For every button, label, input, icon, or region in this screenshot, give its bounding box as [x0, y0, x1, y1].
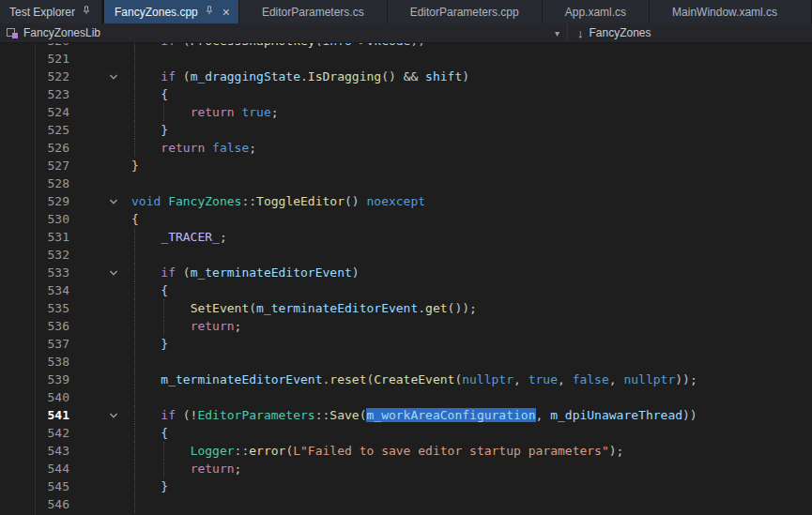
fold-chevron-down-icon [109, 411, 118, 420]
line-number: 540 [0, 388, 73, 406]
code-line[interactable]: 527} [0, 157, 812, 174]
indent-guide [134, 246, 135, 264]
fold-margin [73, 139, 126, 157]
code-line[interactable]: 532 [0, 246, 812, 264]
project-dropdown[interactable]: FancyZonesLib ▾ [0, 23, 567, 42]
indent-guide [134, 43, 135, 50]
selected-text[interactable]: m_workAreaConfiguration [366, 408, 535, 422]
tab-editorparameters-cpp[interactable]: EditorParameters.cpp [388, 0, 543, 23]
line-number: 544 [0, 460, 73, 477]
line-number: 524 [0, 103, 73, 121]
code-text [126, 174, 812, 192]
code-line[interactable]: 543 Logger::error(L"Failed to save edito… [0, 442, 812, 460]
tool-tab-test-explorer[interactable]: Test Explorer [0, 0, 102, 23]
tab-label: MainWindow.xaml.cs [672, 6, 777, 19]
indent-guide [134, 68, 135, 85]
code-text: if (m_terminateEditorEvent) [126, 264, 812, 281]
fold-chevron-down-icon [109, 268, 118, 278]
line-number: 525 [0, 121, 73, 139]
code-line[interactable]: 541 if (!EditorParameters::Save(m_workAr… [0, 406, 812, 424]
fold-margin [73, 371, 126, 388]
fold-margin [73, 246, 126, 264]
code-line[interactable]: 525 } [0, 121, 812, 139]
tab-label: App.xaml.cs [565, 6, 626, 19]
indent-guide [134, 495, 135, 513]
code-line[interactable]: 538 [0, 353, 812, 371]
tab-app-xaml-cs[interactable]: App.xaml.cs [543, 0, 650, 23]
indent-guide [134, 371, 135, 388]
code-line[interactable]: 522 if (m_draggingState.IsDragging() && … [0, 68, 812, 85]
fold-margin[interactable] [73, 68, 126, 85]
code-line[interactable]: 537 } [0, 335, 812, 353]
code-line[interactable]: 536 return; [0, 317, 812, 335]
line-number: 528 [0, 174, 73, 192]
project-icon [7, 27, 18, 38]
tab-bar: Test Explorer FancyZones.cpp×EditorParam… [0, 0, 812, 23]
line-number: 531 [0, 228, 73, 246]
fold-margin[interactable] [73, 264, 126, 281]
indent-guide [134, 353, 135, 371]
pin-icon[interactable] [81, 5, 92, 19]
fold-margin[interactable] [73, 406, 126, 424]
indent-guide [134, 281, 135, 299]
code-line[interactable]: 531 _TRACER_; [0, 228, 812, 246]
code-line[interactable]: 535 SetEvent(m_terminateEditorEvent.get(… [0, 299, 812, 317]
line-number: 537 [0, 335, 73, 353]
navigation-bar: FancyZonesLib ▾ ↓ FancyZones [0, 23, 812, 43]
code-text [126, 353, 812, 371]
line-number: 526 [0, 139, 73, 157]
fold-margin [73, 299, 126, 317]
indent-guide [134, 121, 135, 139]
tab-editorparameters-cs[interactable]: EditorParameters.cs [239, 0, 388, 23]
line-number: 523 [0, 85, 73, 103]
line-number: 546 [0, 495, 73, 513]
fold-margin [73, 442, 126, 460]
code-line[interactable]: 533 if (m_terminateEditorEvent) [0, 264, 812, 281]
code-text: } [126, 157, 812, 174]
fold-margin [73, 353, 126, 371]
line-number: 543 [0, 442, 73, 460]
close-icon[interactable]: × [222, 6, 230, 19]
code-line[interactable]: 534 { [0, 281, 812, 299]
code-line[interactable]: 526 return false; [0, 139, 812, 157]
code-line[interactable]: 545 } [0, 477, 812, 495]
code-text: Logger::error(L"Failed to save editor st… [126, 442, 812, 460]
fold-chevron-down-icon [109, 197, 118, 206]
scope-name: FancyZones [590, 26, 651, 39]
editor[interactable]: 520 if (ProcessSnapHotkey(info->vkCode))… [0, 43, 812, 515]
indent-guide [134, 477, 135, 495]
fold-margin [73, 388, 126, 406]
code-line[interactable]: 530{ [0, 210, 812, 228]
indent-guide [134, 299, 135, 317]
tab-fancyzones-cpp[interactable]: FancyZones.cpp× [104, 0, 239, 23]
scope-dropdown[interactable]: ↓ FancyZones [567, 23, 812, 42]
code-text: if (!EditorParameters::Save(m_workAreaCo… [126, 406, 812, 424]
code-line[interactable]: 529void FancyZones::ToggleEditor() noexc… [0, 192, 812, 210]
indent-guide [134, 406, 135, 424]
line-number: 522 [0, 68, 73, 85]
chevron-down-icon: ▾ [555, 28, 559, 38]
code-line[interactable]: 523 { [0, 85, 812, 103]
line-number: 521 [0, 50, 73, 68]
fold-margin [73, 460, 126, 477]
code-line[interactable]: 524 return true; [0, 103, 812, 121]
pin-icon[interactable] [204, 5, 215, 19]
code-text: _TRACER_; [126, 228, 812, 246]
tab-mainwindow-xaml-cs[interactable]: MainWindow.xaml.cs [650, 0, 812, 23]
code-line[interactable]: 546 [0, 495, 812, 513]
code-line[interactable]: 520 if (ProcessSnapHotkey(info->vkCode)) [0, 43, 812, 50]
code-line[interactable]: 539 m_terminateEditorEvent.reset(CreateE… [0, 371, 812, 388]
code-line[interactable]: 540 [0, 388, 812, 406]
line-number: 533 [0, 264, 73, 281]
fold-margin [73, 50, 126, 68]
code-line[interactable]: 542 { [0, 424, 812, 442]
fold-margin [73, 228, 126, 246]
code-line[interactable]: 528 [0, 174, 812, 192]
code-line[interactable]: 521 [0, 50, 812, 68]
code-text: { [126, 424, 812, 442]
fold-margin [73, 210, 126, 228]
code-line[interactable]: 544 return; [0, 460, 812, 477]
fold-margin[interactable] [73, 192, 126, 210]
fold-margin [73, 43, 126, 50]
tab-label: FancyZones.cpp [115, 6, 198, 19]
